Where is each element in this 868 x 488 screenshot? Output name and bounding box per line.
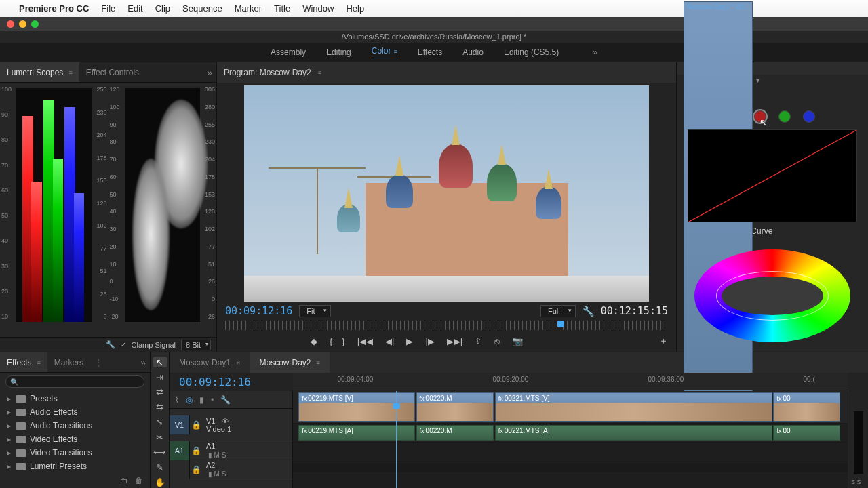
ws-effects[interactable]: Effects — [418, 47, 442, 57]
bin-video-effects[interactable]: ▶Video Effects — [0, 432, 150, 446]
menu-app[interactable]: Premiere Pro CC — [19, 3, 89, 14]
menu-file[interactable]: File — [101, 3, 115, 14]
bin-audio-effects[interactable]: ▶Audio Effects — [0, 405, 150, 419]
menu-sequence[interactable]: Sequence — [182, 3, 222, 14]
tab-markers[interactable]: Markers — [47, 352, 90, 372]
rate-stretch-tool-icon[interactable]: ⤡ — [153, 417, 167, 428]
track-select-tool-icon[interactable]: ⇥ — [153, 371, 167, 382]
menu-help[interactable]: Help — [346, 3, 364, 14]
linked-sel-icon[interactable]: ◎ — [186, 395, 193, 405]
timecode-in[interactable]: 00:09:12:16 — [225, 305, 292, 317]
ws-overflow-icon[interactable]: » — [593, 47, 597, 57]
mark-in-icon[interactable]: { — [330, 336, 332, 346]
wrench-icon[interactable]: 🔧 — [220, 395, 231, 405]
program-tab[interactable]: Program: Moscow-Day2≡ — [217, 62, 676, 83]
bin-presets[interactable]: ▶Presets — [0, 392, 150, 405]
wrench-icon[interactable]: 🔧 — [106, 340, 115, 349]
ripple-tool-icon[interactable]: ⇄ — [153, 386, 167, 397]
close-window-button[interactable] — [7, 20, 14, 28]
menu-clip[interactable]: Clip — [155, 3, 170, 14]
selection-tool-icon[interactable]: ↖ — [153, 357, 167, 367]
luma-waveform-scope — [125, 88, 201, 322]
clamp-signal-checkbox[interactable]: ✓ — [121, 341, 126, 348]
rolling-tool-icon[interactable]: ⇆ — [153, 402, 167, 413]
marker-add-icon[interactable]: ▮ — [199, 395, 204, 405]
settings-wrench-icon[interactable]: 🔧 — [583, 306, 594, 317]
go-to-in-icon[interactable]: |◀◀ — [357, 336, 373, 346]
button-editor-icon[interactable]: ＋ — [659, 335, 668, 347]
extract-icon[interactable]: ⎋ — [494, 336, 500, 346]
curve-blue-button[interactable] — [803, 110, 815, 123]
marker-icon[interactable]: ◆ — [311, 336, 317, 346]
pen-tool-icon[interactable]: ✎ — [153, 462, 167, 473]
bin-audio-transitions[interactable]: ▶Audio Transitions — [0, 419, 150, 432]
tab-effects[interactable]: Effects≡ — [0, 352, 47, 372]
clip-a[interactable]: fx00221.MTS [A] — [495, 425, 772, 441]
track-a1[interactable]: fx00219.MTS [A] fx00220.M fx00221.MTS [A… — [293, 424, 848, 443]
effects-search-input[interactable]: 🔍 — [5, 375, 144, 388]
sequence-tab-1[interactable]: Moscow-Day1× — [170, 352, 250, 373]
new-bin-icon[interactable]: 🗀 — [120, 476, 128, 485]
bin-video-transitions[interactable]: ▶Video Transitions — [0, 446, 150, 460]
timeline-ruler[interactable]: 00:09:04:00 00:09:20:00 00:09:36:00 00:( — [293, 373, 848, 390]
hue-saturation-wheel[interactable] — [694, 249, 850, 342]
menu-window[interactable]: Window — [302, 3, 334, 14]
ws-editing[interactable]: Editing — [326, 47, 351, 57]
clamp-signal-label: Clamp Signal — [132, 341, 176, 349]
clip-v[interactable]: fx00220.M — [416, 392, 494, 422]
resolution-dropdown[interactable]: Full — [540, 305, 576, 317]
zoom-fit-dropdown[interactable]: Fit — [299, 305, 330, 317]
ws-audio[interactable]: Audio — [462, 47, 484, 57]
clip-a[interactable]: fx00220.M — [416, 425, 494, 441]
maximize-window-button[interactable] — [31, 20, 39, 28]
delete-icon[interactable]: 🗑 — [135, 476, 143, 485]
transport-controls: ◆ { } |◀◀ ◀| ▶ |▶ ▶▶| ⇪ ⎋ 📷 ＋ — [217, 330, 676, 352]
curve-red-button[interactable] — [754, 110, 766, 123]
bitdepth-dropdown[interactable]: 8 Bit — [181, 340, 211, 350]
track-header-a2[interactable]: 🔒 A2 ▮ M S — [170, 460, 292, 479]
minimize-window-button[interactable] — [19, 20, 26, 28]
go-to-out-icon[interactable]: ▶▶| — [447, 336, 462, 346]
timeline-playhead[interactable] — [396, 391, 397, 488]
bin-lumetri-presets[interactable]: ▶Lumetri Presets — [0, 460, 150, 473]
mark-out-icon[interactable]: } — [342, 336, 344, 346]
track-a2[interactable] — [293, 443, 848, 462]
menu-edit[interactable]: Edit — [127, 3, 142, 14]
clip-v[interactable]: fx00 — [773, 392, 840, 422]
settings-icon[interactable]: • — [211, 395, 214, 405]
hand-tool-icon[interactable]: ✋ — [153, 477, 167, 488]
timeline-timecode[interactable]: 00:09:12:16 — [170, 373, 293, 391]
panel-overflow-icon[interactable]: » — [207, 67, 216, 78]
export-frame-icon[interactable]: 📷 — [512, 336, 523, 346]
play-icon[interactable]: ▶ — [406, 336, 413, 346]
step-forward-icon[interactable]: |▶ — [425, 336, 434, 346]
menu-title[interactable]: Title — [274, 3, 290, 14]
timeline-hscrollbar[interactable] — [293, 463, 848, 472]
menu-marker[interactable]: Marker — [235, 3, 262, 14]
ws-assembly[interactable]: Assembly — [271, 47, 306, 57]
ws-color[interactable]: Color≡ — [372, 46, 397, 58]
clip-a[interactable]: fx00219.MTS [A] — [298, 425, 415, 441]
scope-axis: 2552302041781531281027751260 — [94, 83, 107, 323]
slip-tool-icon[interactable]: ⟷ — [153, 447, 167, 458]
razor-tool-icon[interactable]: ✂ — [153, 432, 167, 443]
tab-lumetri-scopes[interactable]: Lumetri Scopes≡ — [0, 62, 79, 82]
tab-history[interactable]: ⋮ — [90, 352, 106, 372]
ws-editing-cs55[interactable]: Editing (CS5.5) — [504, 47, 559, 57]
clip-a[interactable]: fx00 — [773, 425, 840, 441]
snap-icon[interactable]: ⌇ — [175, 395, 179, 405]
sequence-tab-2[interactable]: Moscow-Day2≡ — [250, 352, 329, 373]
step-back-icon[interactable]: ◀| — [385, 336, 394, 346]
program-viewer[interactable] — [244, 85, 649, 302]
track-header-a1[interactable]: A1🔒 A1 ▮ M S — [170, 441, 292, 460]
rgb-curve-editor[interactable] — [688, 129, 857, 223]
tab-effect-controls[interactable]: Effect Controls — [79, 62, 146, 82]
program-nav-ruler[interactable] — [225, 321, 668, 330]
lift-icon[interactable]: ⇪ — [475, 336, 482, 346]
track-v1[interactable]: fx00219.MTS [V] fx00220.M fx00221.MTS [V… — [293, 391, 848, 424]
track-header-v1[interactable]: V1🔒 V1 👁 Video 1 — [170, 409, 292, 441]
panel-overflow-icon[interactable]: » — [140, 357, 150, 368]
clip-v[interactable]: fx00221.MTS [V] — [495, 392, 772, 422]
timecode-out: 00:12:15:15 — [601, 305, 668, 317]
curve-green-button[interactable] — [778, 110, 791, 123]
